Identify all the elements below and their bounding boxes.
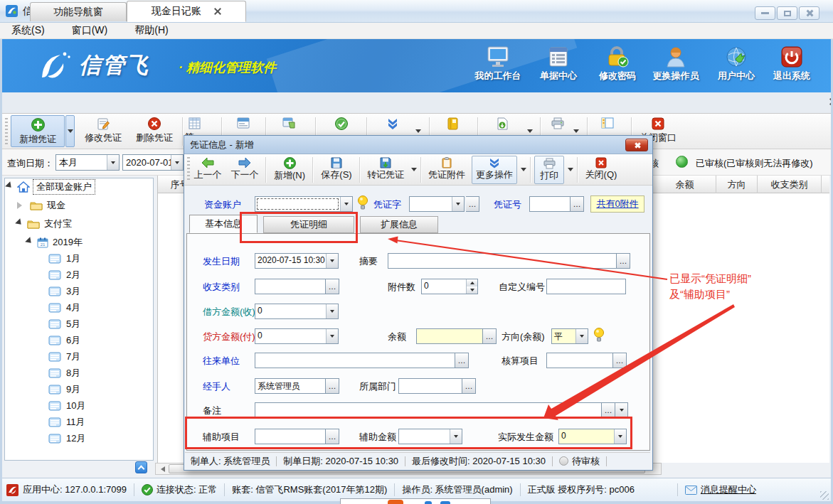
chevron-down-icon[interactable]: [171, 155, 183, 170]
new-voucher-button[interactable]: 新增凭证: [11, 115, 65, 147]
tree-node-month[interactable]: 7月: [48, 349, 80, 365]
remark-more-button[interactable]: …: [602, 402, 615, 418]
header-action-exit-system[interactable]: 退出系统: [762, 46, 822, 82]
department-more-button[interactable]: …: [462, 378, 476, 394]
tree-node-month[interactable]: 10月: [48, 398, 85, 414]
transfer-voucher-button[interactable]: 转记凭证: [364, 156, 408, 184]
chevron-down-icon[interactable]: [326, 254, 338, 268]
category-field[interactable]: [255, 279, 326, 294]
header-action-user-center[interactable]: 用户中心: [706, 46, 766, 82]
counterpart-field[interactable]: [255, 353, 455, 368]
tab-extended-info[interactable]: 扩展信息: [360, 216, 438, 233]
tab-cash-journal[interactable]: 现金日记账: [127, 1, 246, 22]
attachment-count-link[interactable]: 共有0附件: [590, 195, 644, 213]
resize-grip[interactable]: [820, 491, 829, 500]
expand-icon[interactable]: [5, 181, 16, 193]
query-period-combo[interactable]: 本月: [55, 154, 120, 171]
menu-window[interactable]: 窗口(W): [65, 23, 115, 38]
balance-field[interactable]: [416, 328, 483, 344]
menu-system[interactable]: 系统(S): [4, 23, 52, 38]
tree-node-month[interactable]: 1月: [48, 251, 80, 267]
counterpart-more-button[interactable]: …: [455, 353, 469, 368]
debit-combo[interactable]: 0: [255, 304, 339, 319]
handler-field[interactable]: 系统管理员: [255, 378, 326, 394]
header-action-switch-operator[interactable]: 更换操作员: [646, 46, 706, 82]
expand-icon[interactable]: [15, 218, 26, 230]
bulb-icon[interactable]: [594, 327, 604, 343]
account-combo[interactable]: [255, 196, 353, 212]
tree-node-month[interactable]: 4月: [48, 300, 80, 316]
chevron-down-icon[interactable]: [326, 304, 338, 318]
header-action-workbench[interactable]: 我的工作台: [468, 46, 528, 82]
voucher-word-combo[interactable]: [409, 196, 465, 212]
tab-close-icon[interactable]: [214, 8, 221, 15]
direction-combo[interactable]: 平: [551, 328, 588, 344]
header-action-change-password[interactable]: 修改密码: [588, 46, 647, 82]
dialog-close-button[interactable]: [625, 139, 648, 151]
tree-node-month[interactable]: 12月: [48, 431, 85, 446]
collapsed-icon[interactable]: [17, 202, 26, 209]
message-center-link[interactable]: 消息提醒中心: [701, 483, 756, 496]
maximize-button[interactable]: [777, 6, 797, 20]
voucher-attachment-button[interactable]: 凭证附件: [425, 156, 469, 184]
custom-no-field[interactable]: [546, 279, 626, 294]
more-operations-dropdown[interactable]: [519, 157, 528, 181]
attach-count-spinner[interactable]: 0: [421, 279, 478, 294]
column-balance[interactable]: 余额: [654, 176, 716, 193]
tree-node-month[interactable]: 8月: [48, 365, 80, 381]
tree-node-month[interactable]: 6月: [48, 333, 80, 348]
minimize-button[interactable]: [755, 6, 775, 20]
tree-node-alipay[interactable]: 支付宝: [17, 216, 72, 232]
tree-node-cash[interactable]: 现金: [17, 198, 65, 213]
tree-node-month[interactable]: 3月: [48, 284, 80, 299]
scroll-left-icon[interactable]: [158, 466, 165, 472]
next-button[interactable]: 下一个: [227, 156, 262, 184]
tree-node-year[interactable]: 21 2019年: [27, 235, 83, 250]
chevron-down-icon[interactable]: [340, 197, 352, 211]
close-button[interactable]: [799, 6, 819, 20]
tab-nav-pane[interactable]: 功能导航窗: [30, 2, 127, 21]
category-more-button[interactable]: …: [326, 279, 339, 294]
menu-help[interactable]: 帮助(H): [127, 23, 175, 38]
column-direction[interactable]: 方向: [716, 176, 758, 193]
column-category[interactable]: 收支类别: [758, 176, 822, 193]
transfer-dropdown[interactable]: [409, 157, 418, 181]
tree-node-month[interactable]: 2月: [48, 267, 80, 283]
dialog-print-button[interactable]: 打印: [534, 156, 564, 184]
credit-combo[interactable]: 0: [255, 328, 339, 344]
department-field[interactable]: [398, 378, 462, 394]
chevron-down-icon[interactable]: [452, 197, 464, 211]
header-action-document-center[interactable]: 单据中心: [529, 46, 588, 82]
dialog-add-button[interactable]: 新增(N): [270, 156, 309, 184]
accounting-field[interactable]: [546, 353, 613, 368]
handler-more-button[interactable]: …: [326, 378, 339, 394]
balance-more-button[interactable]: …: [483, 328, 497, 344]
tree-node-month[interactable]: 9月: [48, 382, 80, 397]
tree-node-root[interactable]: 全部现金账户: [7, 179, 95, 195]
chevron-down-icon[interactable]: [107, 155, 119, 170]
tree-node-month[interactable]: 11月: [48, 414, 85, 430]
remark-field[interactable]: [255, 402, 602, 418]
chevron-down-icon[interactable]: [326, 329, 338, 343]
edit-voucher-button[interactable]: 修改凭证: [79, 115, 127, 147]
expand-icon[interactable]: [25, 237, 36, 248]
bulb-icon[interactable]: [358, 195, 368, 210]
save-button[interactable]: 保存(S): [317, 156, 356, 184]
query-date-combo[interactable]: 2020-07-01: [122, 154, 184, 171]
remark-dropdown[interactable]: [615, 402, 628, 418]
accounting-more-button[interactable]: …: [613, 353, 627, 368]
chevron-down-icon[interactable]: [575, 329, 588, 343]
new-voucher-dropdown[interactable]: [65, 115, 75, 147]
prev-button[interactable]: 上一个: [190, 156, 226, 184]
date-combo[interactable]: 2020-07-15 10:30: [255, 253, 339, 269]
more-operations-button[interactable]: 更多操作: [472, 156, 517, 184]
spin-up-button[interactable]: [467, 279, 477, 286]
voucher-no-more-button[interactable]: …: [571, 196, 584, 212]
delete-voucher-button[interactable]: 删除凭证: [130, 115, 179, 147]
voucher-word-more-button[interactable]: …: [466, 196, 479, 212]
summary-more-button[interactable]: …: [617, 253, 630, 269]
dialog-close-toolbar-button[interactable]: 关闭(Q): [581, 156, 621, 184]
summary-field[interactable]: [388, 253, 617, 269]
tree-node-month[interactable]: 5月: [48, 316, 80, 332]
sidebar-collapse-button[interactable]: [135, 461, 147, 473]
